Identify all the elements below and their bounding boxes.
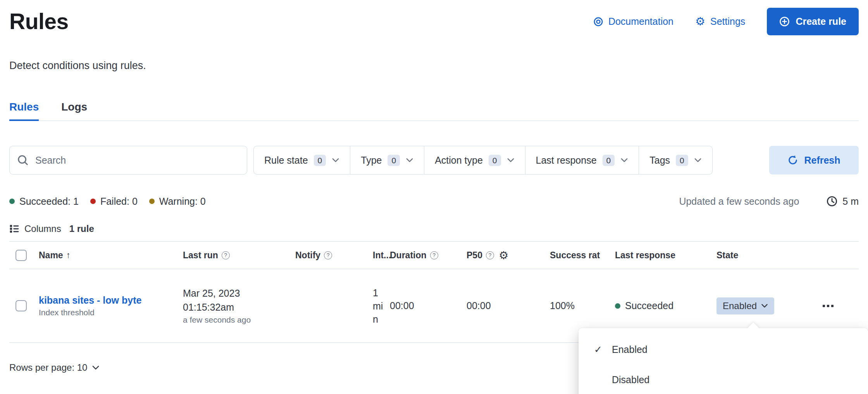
page-title: Rules xyxy=(9,8,69,35)
status-succeeded-label: Succeeded: 1 xyxy=(19,195,79,208)
chevron-down-icon xyxy=(694,158,702,162)
last-run-time: 01:15:32am xyxy=(183,300,251,314)
auto-refresh-button[interactable]: 5 m xyxy=(826,195,859,208)
success-dot-icon xyxy=(9,199,15,204)
plus-circle-icon xyxy=(779,16,790,27)
filter-count-badge: 0 xyxy=(388,155,400,166)
menu-item-disabled-label: Disabled xyxy=(612,374,649,385)
header-actions: Documentation ⚙ Settings Create rule xyxy=(593,8,859,35)
filter-button-action-type[interactable]: Action type 0 xyxy=(424,146,525,174)
column-header-success-ratio[interactable]: Success rat xyxy=(547,250,612,261)
rules-page: Rules Documentation ⚙ Settings Create ru… xyxy=(0,0,868,394)
filter-button-type[interactable]: Type 0 xyxy=(350,146,424,174)
tab-rules[interactable]: Rules xyxy=(9,100,39,121)
success-ratio-value: 100% xyxy=(550,300,575,311)
chevron-down-icon xyxy=(507,158,515,162)
search-box xyxy=(9,146,247,175)
state-cell: Enabled xyxy=(705,297,794,315)
clock-icon xyxy=(826,195,838,207)
table-header-row: Name ↑ Last run ? Notify ? Int... Durati… xyxy=(9,241,859,269)
last-run-relative: a few seconds ago xyxy=(183,314,251,326)
filter-label: Type xyxy=(361,155,382,166)
filter-count-badge: 0 xyxy=(676,155,688,166)
gear-icon: ⚙ xyxy=(695,16,705,27)
last-run-stack: Mar 25, 2023 01:15:32am a few seconds ag… xyxy=(183,286,251,326)
row-select-cell xyxy=(9,300,33,311)
filter-button-last-response[interactable]: Last response 0 xyxy=(525,146,639,174)
select-all-cell xyxy=(9,250,33,261)
rule-name-link[interactable]: kibana sites - low byte xyxy=(39,295,141,306)
rows-per-page-label: Rows per page: 10 xyxy=(9,362,87,373)
refresh-interval-label: 5 m xyxy=(842,195,859,208)
p50-cell: 00:00 xyxy=(463,300,547,311)
page-subtitle: Detect conditions using rules. xyxy=(9,59,859,72)
refresh-label: Refresh xyxy=(804,155,840,166)
settings-label: Settings xyxy=(710,16,745,27)
column-header-last-response[interactable]: Last response xyxy=(612,250,705,261)
filter-group: Rule state 0 Type 0 Action type 0 Last r… xyxy=(253,146,713,175)
status-failed: Failed: 0 xyxy=(90,195,138,208)
updated-text: Updated a few seconds ago xyxy=(679,195,799,208)
refresh-button[interactable]: Refresh xyxy=(769,146,859,175)
status-right: Updated a few seconds ago 5 m xyxy=(679,195,859,208)
filter-count-badge: 0 xyxy=(603,155,615,166)
success-dot-icon xyxy=(615,303,620,309)
create-rule-button[interactable]: Create rule xyxy=(767,8,859,35)
column-header-notify[interactable]: Notify ? xyxy=(292,250,370,261)
column-header-state[interactable]: State xyxy=(705,250,794,261)
search-icon xyxy=(17,154,29,166)
chevron-down-icon xyxy=(332,158,339,162)
chevron-down-icon xyxy=(92,365,100,370)
filter-count-badge: 0 xyxy=(314,155,326,166)
status-failed-label: Failed: 0 xyxy=(100,195,138,208)
menu-item-enabled[interactable]: ✓ Enabled xyxy=(579,334,868,365)
filter-label: Action type xyxy=(435,155,483,166)
settings-link[interactable]: ⚙ Settings xyxy=(695,16,745,27)
column-header-state-label: State xyxy=(716,250,738,261)
actions-cell xyxy=(794,301,859,311)
page-header: Rules Documentation ⚙ Settings Create ru… xyxy=(9,8,859,35)
filter-button-rule-state[interactable]: Rule state 0 xyxy=(254,146,350,174)
columns-button-label[interactable]: Columns xyxy=(24,223,61,234)
interval-value: 1 min xyxy=(373,286,387,326)
column-header-interval[interactable]: Int... xyxy=(370,250,387,261)
p50-settings-gear-icon[interactable]: ⚙ xyxy=(499,249,508,262)
documentation-link[interactable]: Documentation xyxy=(593,16,673,27)
actions-menu-button[interactable] xyxy=(819,301,837,311)
search-input[interactable] xyxy=(9,146,247,175)
help-icon[interactable]: ? xyxy=(222,251,230,259)
success-ratio-cell: 100% xyxy=(547,300,612,311)
last-response-wrap: Succeeded xyxy=(615,300,673,311)
status-bar: Succeeded: 1 Failed: 0 Warning: 0 Update… xyxy=(9,195,859,208)
help-icon[interactable]: ? xyxy=(430,251,438,259)
documentation-label: Documentation xyxy=(608,16,673,27)
column-header-name-label: Name xyxy=(39,250,63,261)
filter-label: Last response xyxy=(536,155,597,166)
rule-count: 1 rule xyxy=(69,223,94,234)
rows-per-page-button[interactable]: Rows per page: 10 xyxy=(9,362,100,373)
tab-logs[interactable]: Logs xyxy=(61,100,87,121)
help-icon[interactable]: ? xyxy=(486,251,494,259)
column-header-p50[interactable]: P50 ? ⚙ xyxy=(463,249,547,262)
column-header-duration-label: Duration xyxy=(390,250,427,261)
menu-item-disabled[interactable]: Disabled xyxy=(579,365,868,394)
filter-label: Tags xyxy=(649,155,670,166)
column-header-last-run-label: Last run xyxy=(183,250,218,261)
row-checkbox[interactable] xyxy=(16,300,27,311)
status-succeeded: Succeeded: 1 xyxy=(9,195,79,208)
column-header-duration[interactable]: Duration ? xyxy=(387,250,463,261)
help-icon[interactable]: ? xyxy=(324,251,332,259)
select-all-checkbox[interactable] xyxy=(16,250,27,261)
rule-name-cell: kibana sites - low byte Index threshold xyxy=(33,295,180,317)
rules-table: Name ↑ Last run ? Notify ? Int... Durati… xyxy=(9,241,859,343)
column-header-p50-label: P50 xyxy=(467,250,482,261)
column-header-name[interactable]: Name ↑ xyxy=(33,250,180,261)
duration-value: 00:00 xyxy=(390,300,414,311)
documentation-icon xyxy=(593,17,603,27)
sort-ascending-icon: ↑ xyxy=(66,250,71,260)
filter-button-tags[interactable]: Tags 0 xyxy=(639,146,712,174)
chevron-down-icon xyxy=(761,304,768,308)
p50-value: 00:00 xyxy=(467,300,491,311)
column-header-last-run[interactable]: Last run ? xyxy=(180,250,292,261)
state-select-badge[interactable]: Enabled xyxy=(716,297,774,315)
